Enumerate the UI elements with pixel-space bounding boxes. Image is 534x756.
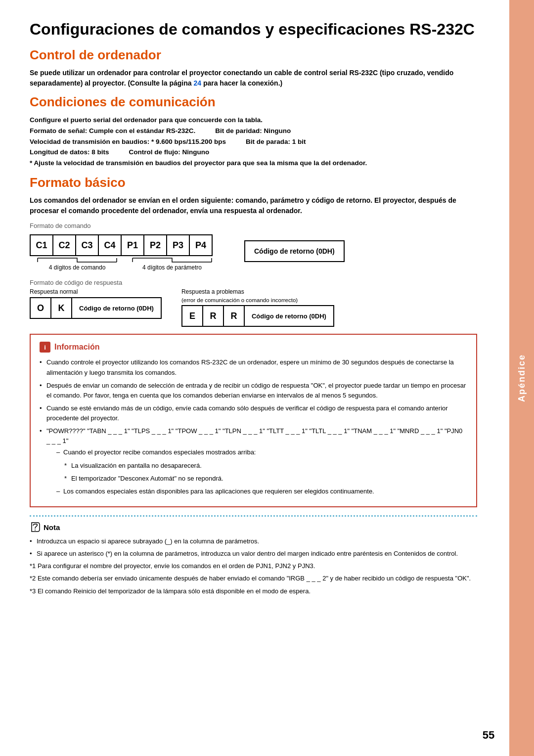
normal-return-code: Código de retorno (0DH) <box>71 297 162 319</box>
cmd-diagram-row: C1 C2 C3 C4 P1 P2 P3 P4 4 <box>30 231 477 271</box>
content-area: Configuraciones de comandos y especifica… <box>30 20 477 596</box>
info-sub-list: Cuando el proyector recibe comandos espe… <box>46 447 467 496</box>
problems-sub: (error de comunicación o comando incorre… <box>181 297 334 303</box>
cmd-cells-group: C1 C2 C3 C4 P1 P2 P3 P4 4 <box>30 231 220 271</box>
info-box: i Información Cuando controle el proyect… <box>30 334 477 507</box>
nota-item-2: Si aparece un asterisco (*) en la column… <box>30 549 477 559</box>
section-control-body: Se puede utilizar un ordenador para cont… <box>30 68 477 89</box>
problems-label: Respuesta a problemas <box>181 288 334 295</box>
resp-cell-e: E <box>181 305 203 327</box>
info-subsub-1: La visualización en pantalla no desapare… <box>64 461 467 471</box>
cmd-diagram: C1 C2 C3 C4 P1 P2 P3 P4 <box>30 234 220 256</box>
info-item-2: Después de enviar un comando de selecció… <box>40 381 467 400</box>
comm-conditions: Configure el puerto serial del ordenador… <box>30 115 477 168</box>
nota-list: Introduzca un espacio si aparece subraya… <box>30 536 477 596</box>
cmd-cell-p1: P1 <box>121 234 144 256</box>
cmd-cell-c3: C3 <box>75 234 99 256</box>
response-format-label: Formato de código de respuesta <box>30 279 477 286</box>
info-sub-2: Los comandos especiales están disponible… <box>56 487 467 496</box>
nota-item-1: Introduzca un espacio si aparece subraya… <box>30 536 477 546</box>
normal-response-label: Respuesta normal <box>30 288 162 295</box>
info-item-4: "POWR????" "TABN _ _ _ 1" "TLPS _ _ _ 1"… <box>40 426 467 496</box>
dotted-separator <box>30 515 477 517</box>
info-sub-1: Cuando el proyector recibe comandos espe… <box>56 447 467 457</box>
cmd-cell-p2: P2 <box>143 234 167 256</box>
section-formato-body: Los comandos del ordenador se envían en … <box>30 195 477 216</box>
resp-cell-o: O <box>30 297 51 319</box>
normal-response-col: Respuesta normal O K Código de retorno (… <box>30 288 162 319</box>
info-sub-sub-list: La visualización en pantalla no desapare… <box>56 461 467 484</box>
info-item-1: Cuando controle el proyector utilizando … <box>40 357 467 377</box>
section-control-title: Control de ordenador <box>30 47 477 63</box>
nota-title: Nota <box>30 522 477 533</box>
section-formato-title: Formato básico <box>30 175 477 190</box>
error-response-diagram: E R R Código de retorno (0DH) <box>181 305 334 327</box>
right-tab: Apéndice <box>509 0 534 756</box>
cmd-cell-p3: P3 <box>166 234 190 256</box>
cmd-format-label: Formato de comando <box>30 222 477 229</box>
page-number: 55 <box>478 724 499 746</box>
info-item-3: Cuando se esté enviando más de un código… <box>40 403 467 423</box>
resp-cell-k: K <box>50 297 72 319</box>
conditions-line1: Configure el puerto serial del ordenador… <box>30 115 477 126</box>
info-box-title: i Información <box>40 342 467 353</box>
problems-label-group: Respuesta a problemas (error de comunica… <box>181 288 334 303</box>
cmd-cell-c4: C4 <box>98 234 122 256</box>
conditions-note: * Ajuste la velocidad de transmisión en … <box>30 158 477 169</box>
cmd-cell-c2: C2 <box>52 234 76 256</box>
label-param-digits: 4 dígitos de parámetro <box>125 257 220 271</box>
resp-cell-r1: R <box>202 305 224 327</box>
cmd-labels: 4 dígitos de comando 4 dígitos de paráme… <box>30 257 220 271</box>
label-cmd-digits: 4 dígitos de comando <box>30 257 125 271</box>
nota-item-3: *1 Para configurar el nombre del proyect… <box>30 561 477 571</box>
cmd-cell-p4: P4 <box>189 234 213 256</box>
cmd-return-code: Código de retorno (0DH) <box>244 240 345 262</box>
page-wrapper: Configuraciones de comandos y especifica… <box>0 0 534 756</box>
cmd-cell-c1: C1 <box>30 234 53 256</box>
response-diagrams: Respuesta normal O K Código de retorno (… <box>30 288 477 327</box>
info-list: Cuando controle el proyector utilizando … <box>40 357 467 496</box>
main-title: Configuraciones de comandos y especifica… <box>30 20 477 39</box>
resp-cell-r2: R <box>223 305 245 327</box>
nota-item-4: *2 Este comando debería ser enviado únic… <box>30 574 477 583</box>
problems-response-col: Respuesta a problemas (error de comunica… <box>181 288 334 327</box>
nota-section: Nota Introduzca un espacio si aparece su… <box>30 522 477 596</box>
conditions-line2: Formato de señal: Cumple con el estándar… <box>30 126 477 136</box>
error-return-code: Código de retorno (0DH) <box>244 305 334 327</box>
info-subsub-2: El temporizador "Desconex Automát" no se… <box>64 474 467 484</box>
normal-response-diagram: O K Código de retorno (0DH) <box>30 297 162 319</box>
section-conditions-title: Condiciones de comunicación <box>30 94 477 110</box>
info-icon: i <box>40 342 50 353</box>
nota-item-5: *3 El comando Reinicio del temporizador … <box>30 586 477 596</box>
tab-label: Apéndice <box>517 354 527 402</box>
conditions-line4: Longitud de datos: 8 bits Control de flu… <box>30 147 477 158</box>
nota-icon <box>30 522 41 533</box>
conditions-line3: Velocidad de transmisión en baudios: * 9… <box>30 136 477 147</box>
svg-point-0 <box>35 530 36 531</box>
